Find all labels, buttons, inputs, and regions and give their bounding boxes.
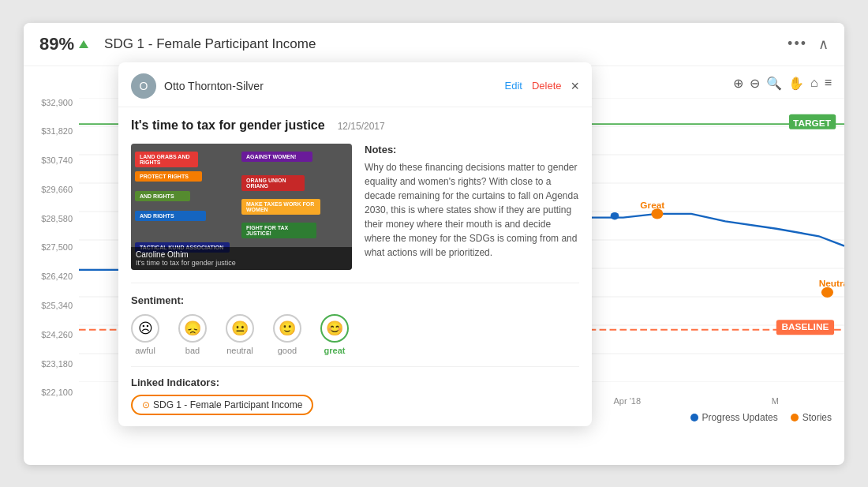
banner-7: MAKE TAXES WORK FOR WOMEN xyxy=(241,199,320,215)
x-label-4: M xyxy=(772,396,779,406)
svg-text:Neutral: Neutral xyxy=(819,279,844,287)
banner-6: ORANG UNION ORIANG xyxy=(241,175,305,191)
y-label-5: $27,500 xyxy=(24,242,79,252)
y-label-0: $32,900 xyxy=(24,98,79,107)
home-icon[interactable]: ⌂ xyxy=(810,76,818,90)
y-label-8: $24,260 xyxy=(24,330,79,339)
y-label-9: $23,180 xyxy=(24,359,79,369)
linked-label: Linked Indicators: xyxy=(131,376,579,388)
article-date: 12/15/2017 xyxy=(338,121,385,132)
svg-text:Great: Great xyxy=(640,200,664,209)
sentiment-awful[interactable]: ☹ awful xyxy=(131,314,159,355)
y-label-6: $26,420 xyxy=(24,272,79,281)
image-caption: Caroline Othim It's time to tax for gend… xyxy=(131,247,352,270)
linked-indicator-text: SDG 1 - Female Participant Income xyxy=(153,399,302,410)
menu-icon[interactable]: ≡ xyxy=(825,76,832,90)
stories-label: Stories xyxy=(803,412,832,423)
good-icon: 🙂 xyxy=(273,314,301,343)
notes-text: Why do these financing decisions matter … xyxy=(365,160,579,260)
banner-4: AND RIGHTS xyxy=(135,211,206,221)
sentiment-label: Sentiment: xyxy=(131,294,579,306)
notes-label: Notes: xyxy=(365,144,579,155)
modal-content-row: LAND GRABS AND RIGHTS PROTECT RIGHTS AND… xyxy=(131,144,579,270)
sentiment-great[interactable]: 😊 great xyxy=(320,314,349,355)
banner-2: PROTECT RIGHTS xyxy=(135,171,202,182)
header-actions: ••• ∧ xyxy=(788,36,829,53)
y-label-4: $28,580 xyxy=(24,214,79,223)
sentiment-good[interactable]: 🙂 good xyxy=(273,314,301,355)
sentiment-neutral[interactable]: 😐 neutral xyxy=(226,314,254,355)
stories-dot xyxy=(791,414,799,421)
chart-legend: Progress Updates Stories xyxy=(690,412,832,423)
banner-8: FIGHT FOR TAX JUSTICE! xyxy=(241,223,316,238)
sentiment-row: ☹ awful 😞 bad 😐 neutral 🙂 good xyxy=(131,314,579,355)
modal-header: O Otto Thornton-Silver Edit Delete × xyxy=(118,62,592,107)
trend-arrow-up-icon xyxy=(79,40,88,48)
modal-title-row: It's time to tax for gender justice 12/1… xyxy=(131,118,579,133)
bad-label: bad xyxy=(185,346,200,355)
annotation-modal: O Otto Thornton-Silver Edit Delete × It'… xyxy=(118,62,592,426)
sentiment-bad[interactable]: 😞 bad xyxy=(178,314,207,355)
neutral-label: neutral xyxy=(226,346,253,355)
sentiment-section: Sentiment: ☹ awful 😞 bad 😐 neutral xyxy=(131,283,579,355)
zoom-in-icon[interactable]: ⊕ xyxy=(733,76,743,91)
y-label-10: $22,100 xyxy=(24,388,79,397)
banner-3: AND RIGHTS xyxy=(135,191,190,201)
zoom-out-icon[interactable]: ⊖ xyxy=(750,76,760,91)
great-label: great xyxy=(324,346,346,355)
legend-stories: Stories xyxy=(791,412,832,423)
progress-updates-dot xyxy=(690,414,698,421)
y-label-2: $30,740 xyxy=(24,155,79,165)
bad-icon: 😞 xyxy=(178,314,207,343)
page-title: SDG 1 - Female Participant Income xyxy=(104,36,788,52)
modal-notes: Notes: Why do these financing decisions … xyxy=(365,144,579,270)
svg-point-24 xyxy=(651,208,663,219)
banner-5: AGAINST WOMEN! xyxy=(241,152,312,162)
x-label-3: Apr '18 xyxy=(614,396,642,406)
article-image-container: LAND GRABS AND RIGHTS PROTECT RIGHTS AND… xyxy=(131,144,352,270)
indicator-icon: ⊙ xyxy=(142,399,150,410)
delete-button[interactable]: Delete xyxy=(532,80,562,92)
article-title: It's time to tax for gender justice xyxy=(131,118,325,133)
y-label-1: $31,820 xyxy=(24,126,79,136)
y-label-3: $29,660 xyxy=(24,185,79,194)
svg-text:TARGET: TARGET xyxy=(793,118,831,127)
neutral-icon: 😐 xyxy=(226,314,254,343)
svg-point-21 xyxy=(611,212,619,219)
header-percent: 89% xyxy=(39,34,88,54)
modal-username: Otto Thornton-Silver xyxy=(164,80,505,92)
pan-icon[interactable]: ✋ xyxy=(788,76,804,91)
protest-image: LAND GRABS AND RIGHTS PROTECT RIGHTS AND… xyxy=(131,144,352,270)
search-icon[interactable]: 🔍 xyxy=(766,76,782,91)
percent-value: 89% xyxy=(39,34,74,54)
y-axis: $32,900 $31,820 $30,740 $29,660 $28,580 … xyxy=(24,98,79,398)
main-card: 89% SDG 1 - Female Participant Income ••… xyxy=(24,23,844,465)
avatar: O xyxy=(131,73,156,99)
collapse-button[interactable]: ∧ xyxy=(818,36,829,53)
good-label: good xyxy=(278,346,297,355)
header: 89% SDG 1 - Female Participant Income ••… xyxy=(24,23,844,66)
close-button[interactable]: × xyxy=(571,79,579,93)
awful-icon: ☹ xyxy=(131,314,159,343)
edit-button[interactable]: Edit xyxy=(505,80,522,92)
y-label-7: $25,340 xyxy=(24,301,79,310)
legend-progress-updates: Progress Updates xyxy=(690,412,778,423)
chart-toolbar: ⊕ ⊖ 🔍 ✋ ⌂ ≡ xyxy=(733,76,832,91)
modal-body: It's time to tax for gender justice 12/1… xyxy=(118,107,592,426)
svg-point-25 xyxy=(821,287,833,297)
linked-indicators-section: Linked Indicators: ⊙ SDG 1 - Female Part… xyxy=(131,366,579,415)
svg-text:BASELINE: BASELINE xyxy=(781,322,829,331)
awful-label: awful xyxy=(135,346,155,355)
great-icon: 😊 xyxy=(320,314,349,343)
progress-updates-label: Progress Updates xyxy=(702,412,778,423)
linked-indicator-tag[interactable]: ⊙ SDG 1 - Female Participant Income xyxy=(131,395,313,415)
banner-1: LAND GRABS AND RIGHTS xyxy=(135,152,198,167)
more-options-button[interactable]: ••• xyxy=(788,36,807,52)
